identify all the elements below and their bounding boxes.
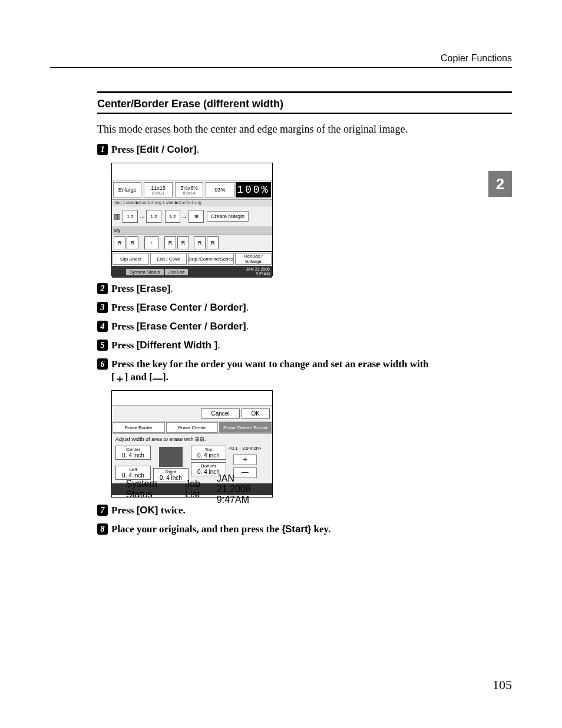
function-tab-bar: Slip Sheet Edit / Color Dup./Combine/Ser… [112, 251, 272, 266]
step-tail: . [246, 321, 249, 332]
value: 0. 4 inch [122, 452, 144, 459]
job-list-button[interactable]: Job List [165, 269, 189, 275]
erase-preview-icon [159, 447, 183, 467]
label: Right [166, 469, 177, 475]
orient-r1[interactable]: R [114, 236, 125, 249]
step-2: 2Press [Erase]. [97, 283, 512, 295]
shot1-blank-header [112, 163, 272, 180]
step-verb: Press [111, 302, 137, 313]
original-orientation-icon: ▥ [114, 212, 122, 220]
rule-top [50, 67, 512, 68]
content-area: Center/Border Erase (different width) Th… [97, 91, 512, 535]
chapter-tab: 2 [488, 171, 512, 197]
erase-center-border-tab[interactable]: Erase Center/ Border [219, 422, 272, 433]
shot1-ratio-row: Enlarge 11x158½x11 5½x8½8½x14 93% 100% [112, 180, 272, 200]
combine-tab-labels: ided 1 sided▶Comb 2 orig 1 sided▶Comb 4 … [112, 200, 272, 206]
page-number: 105 [492, 677, 512, 693]
rule-mid [97, 113, 512, 114]
system-status-button[interactable]: System Status [126, 269, 164, 275]
create-margin-button[interactable]: Create Margin [207, 211, 249, 222]
step-tail: . [197, 144, 199, 155]
ratio-preset-2[interactable]: 5½x8½8½x14 [175, 182, 203, 197]
slip-sheet-tab[interactable]: Slip Sheet [113, 253, 149, 265]
step-tail: twice. [158, 505, 185, 516]
adjust-hint: Adjust width of area to erase with ⊞⊟. [112, 434, 272, 444]
step-button-label: [OK] [137, 505, 158, 516]
edit-color-tab[interactable]: Edit / Color [150, 253, 187, 265]
orient-center[interactable]: ▫ [144, 236, 158, 249]
left-column: Center0. 4 inch Left0. 4 inch [115, 446, 151, 482]
screenshot-erase-settings: Cancel OK Erase Border Erase Center Eras… [111, 390, 273, 498]
arrow-icon: → [181, 213, 187, 220]
erase-mode-tabs: Erase Border Erase Center Erase Center/ … [112, 421, 272, 434]
orient-rr4[interactable]: R [207, 236, 219, 249]
step-button-label: [Edit / Color] [137, 144, 197, 155]
center-value-button[interactable]: Center0. 4 inch [115, 446, 151, 460]
intro-text: This mode erases both the center and edg… [97, 123, 512, 136]
section-title: Center/Border Erase (different width) [97, 98, 512, 110]
step-text: Place your originals, and then press the [111, 523, 282, 535]
step-6: 6 Press the key for the order you want t… [97, 358, 512, 383]
step-4: 4Press [Erase Center / Border]. [97, 321, 512, 332]
step-number-icon: 8 [97, 523, 108, 535]
dup-combine-tab[interactable]: Dup./Combine/Series [188, 253, 234, 265]
step-number-icon: 4 [97, 321, 108, 332]
step-tail: . [170, 283, 173, 294]
step-verb: Press [111, 321, 137, 332]
combine-1to4-a[interactable]: 1 2 [165, 210, 180, 223]
combine-1to4-b[interactable]: ⊞ [189, 210, 204, 223]
combine-1to2-a[interactable]: 1 2 [123, 210, 138, 223]
cancel-button[interactable]: Cancel [201, 409, 239, 419]
step-button-label: [Different Width ] [137, 340, 218, 351]
step-text-line2: [＋] and [—]. [111, 371, 512, 383]
step-verb: Press [111, 144, 137, 155]
step-verb: Press [111, 340, 137, 351]
status-bar: System Status Job List JAN 21,20069:47AM [112, 483, 272, 495]
plus-button[interactable]: ＋ [233, 454, 257, 465]
step-1: 1 Press [Edit / Color]. [97, 144, 512, 156]
combine-1to2-b[interactable]: 1 2 [146, 210, 161, 223]
orient-rr1[interactable]: R [164, 236, 176, 249]
step-tail: . [246, 302, 249, 313]
step-5: 5Press [Different Width ]. [97, 340, 512, 351]
orient-rr3[interactable]: R [194, 236, 206, 249]
value: 0. 4 inch [122, 472, 144, 479]
left-value-button[interactable]: Left0. 4 inch [115, 466, 151, 480]
erase-center-tab[interactable]: Erase Center [166, 422, 219, 433]
step-button-label: [Erase Center / Border] [137, 302, 246, 313]
step-number-icon: 6 [97, 358, 108, 370]
orient-r2[interactable]: R [127, 236, 138, 249]
erase-border-tab[interactable]: Erase Border [113, 422, 165, 433]
job-list-button[interactable]: Job List [185, 479, 217, 500]
ok-button[interactable]: OK [242, 409, 270, 419]
step-number-icon: 5 [97, 340, 108, 351]
value: 0. 4 inch [197, 452, 220, 459]
orient-rr2[interactable]: R [177, 236, 189, 249]
top-value-button[interactable]: Top0. 4 inch [191, 446, 226, 460]
ratio-bottom: 8½x11 [152, 191, 164, 195]
shot2-blank-header [112, 391, 272, 406]
system-status-button[interactable]: System Status [126, 479, 186, 500]
ratio-93[interactable]: 93% [206, 182, 234, 197]
combine-row: ▥ 1 2→1 2 1 2→⊞ Create Margin [112, 206, 272, 227]
step-number-icon: 2 [97, 283, 108, 294]
orientation-row: R R ▫ RR R R [112, 235, 272, 251]
step-tail: . [217, 340, 220, 351]
enlarge-button[interactable]: Enlarge [113, 182, 141, 197]
ok-cancel-row: Cancel OK [112, 406, 272, 421]
ratio-preset-1[interactable]: 11x158½x11 [144, 182, 172, 197]
step-text: Press the key for the order you want to … [111, 358, 429, 370]
step-8: 8Place your originals, and then press th… [97, 523, 512, 535]
range-hint: <0.1 - 3.9 inch> [229, 446, 262, 451]
label: Center [126, 447, 140, 452]
reduce-enlarge-tab[interactable]: Reduce / Enlarge [235, 253, 272, 265]
plus-icon: ＋ [115, 375, 125, 383]
step-3: 3Press [Erase Center / Border]. [97, 302, 512, 314]
step-verb: Press [111, 283, 137, 294]
bracket: ] and [ [125, 371, 153, 383]
step-verb: Press [111, 505, 137, 516]
label: Bottom [201, 463, 216, 469]
status-datetime: JAN 21,20069:29AM [246, 267, 270, 276]
ratio-top: 11x15 [151, 185, 166, 191]
screenshot-edit-color: Enlarge 11x158½x11 5½x8½8½x14 93% 100% i… [111, 163, 273, 276]
